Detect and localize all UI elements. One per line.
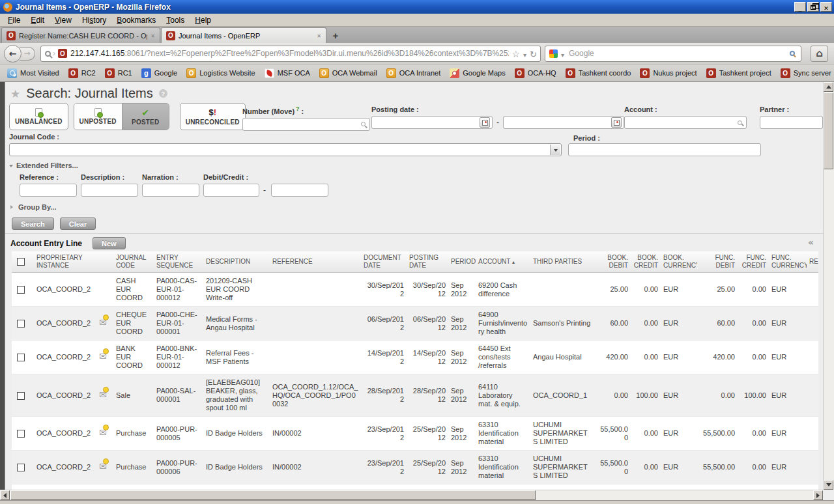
filter-unposted-button[interactable]: UNPOSTED: [74, 104, 122, 130]
select-dropdown-button[interactable]: [550, 145, 560, 155]
collapse-panel-icon[interactable]: [808, 237, 814, 247]
extended-filters-toggle[interactable]: Extended Filters...: [9, 161, 78, 169]
table-row[interactable]: OCA_COORD_2PurchasePA000-PUR-000005ID Ba…: [12, 417, 818, 451]
calendar-icon[interactable]: [480, 117, 490, 128]
debit-credit-to-input[interactable]: [271, 184, 328, 197]
filter-unreconciled-button[interactable]: UNRECONCILED: [180, 103, 246, 130]
page-help-icon[interactable]: ?: [159, 89, 167, 98]
filter-posted-button[interactable]: POSTED: [122, 104, 169, 130]
site-identity-icon[interactable]: [45, 51, 51, 57]
reload-icon[interactable]: [530, 48, 537, 60]
search-engine-dropdown-icon[interactable]: [561, 48, 564, 60]
number-move-input[interactable]: [242, 118, 370, 131]
menu-item-tools[interactable]: Tools: [161, 14, 190, 26]
url-text[interactable]: 212.147.41.165:8061/?next=%2Fopenerp%2Ft…: [70, 49, 509, 58]
column-header-book_credit[interactable]: Book. Credit: [631, 251, 661, 273]
attachment-icon[interactable]: [99, 427, 107, 438]
column-header-period[interactable]: Period: [448, 251, 476, 273]
bookmark-logistics-website[interactable]: Logistics Website: [182, 66, 259, 80]
bookmark-google[interactable]: Google: [137, 66, 182, 80]
minimize-button[interactable]: [794, 2, 806, 12]
calendar-icon[interactable]: [611, 117, 622, 128]
column-header-instance[interactable]: Proprietary Instance: [34, 251, 96, 273]
vertical-scrollbar[interactable]: [823, 82, 834, 490]
table-row[interactable]: OCA_COORD_2CASH EUR COORDPA000-CAS-EUR-0…: [12, 273, 818, 307]
menu-item-bookmarks[interactable]: Bookmarks: [111, 14, 161, 26]
column-header-sequence[interactable]: Entry Sequence: [154, 251, 203, 273]
horizontal-scrollbar[interactable]: [0, 490, 823, 500]
attachment-icon[interactable]: [99, 461, 107, 471]
row-checkbox[interactable]: [17, 392, 25, 400]
row-checkbox[interactable]: [17, 430, 25, 438]
debit-credit-from-input[interactable]: [203, 184, 259, 197]
column-header-book_currency[interactable]: Book. Currency: [661, 251, 697, 273]
restore-button[interactable]: [807, 2, 819, 12]
column-header-reference[interactable]: Reference: [270, 251, 361, 273]
bookmark-star-icon[interactable]: [512, 48, 521, 60]
table-row[interactable]: OCA_COORD_2SalePA000-SAL-000001[ELAEBEAG…: [12, 374, 818, 417]
column-header-third_parties[interactable]: Third Parties: [530, 251, 594, 273]
column-header-account[interactable]: Account: [476, 251, 530, 273]
search-bar[interactable]: Google: [545, 46, 801, 62]
posting-date-from-input[interactable]: [371, 116, 493, 129]
url-dropdown-icon[interactable]: [523, 48, 526, 60]
bookmark-rc1[interactable]: RC1: [100, 66, 137, 80]
url-bar[interactable]: 212.147.41.165:8061/?next=%2Fopenerp%2Ft…: [40, 46, 541, 62]
column-header-post_date[interactable]: Posting Date: [407, 251, 448, 273]
table-row[interactable]: OCA_COORD_2CHEQUE EUR COORDPA000-CHE-EUR…: [12, 307, 818, 341]
table-row[interactable]: OCA_COORD_2BANK EUR COORDPA000-BNK-EUR-0…: [12, 484, 818, 490]
bookmark-tashkent-coordo[interactable]: Tashkent coordo: [561, 66, 636, 80]
bookmark-oca-hq[interactable]: OCA-HQ: [510, 66, 561, 80]
tab-journal-items[interactable]: Journal Items - OpenERP: [161, 27, 326, 43]
new-tab-button[interactable]: [327, 29, 344, 42]
period-input[interactable]: [568, 143, 761, 156]
column-header-func_currency[interactable]: Func. Currency: [769, 251, 807, 273]
row-checkbox[interactable]: [17, 354, 25, 361]
filter-unbalanced-button[interactable]: UNBALANCED: [9, 103, 68, 130]
forward-button[interactable]: [20, 47, 35, 61]
scroll-down-button[interactable]: [824, 480, 833, 490]
home-button[interactable]: [811, 46, 828, 62]
column-header-func_debit[interactable]: Func. Debit: [697, 251, 738, 273]
partner-input[interactable]: [760, 116, 823, 129]
attachment-icon[interactable]: [99, 351, 107, 361]
narration-input[interactable]: [142, 184, 199, 197]
attachment-icon[interactable]: [99, 389, 107, 400]
menu-item-edit[interactable]: Edit: [25, 14, 50, 26]
bookmark-sync-server[interactable]: Sync server: [776, 66, 834, 80]
close-button[interactable]: [820, 2, 832, 12]
menu-item-help[interactable]: Help: [190, 14, 216, 26]
tab-close-icon[interactable]: [151, 32, 155, 39]
column-header-description[interactable]: Description: [203, 251, 270, 273]
favorite-star-icon[interactable]: [10, 87, 20, 100]
scroll-left-button[interactable]: [0, 490, 10, 500]
back-button[interactable]: [4, 45, 22, 63]
row-checkbox[interactable]: [17, 286, 25, 294]
description-input[interactable]: [81, 184, 138, 197]
tab-close-icon[interactable]: [317, 32, 321, 39]
bookmark-nukus-project[interactable]: Nukus project: [635, 66, 701, 80]
group-by-toggle[interactable]: Group By...: [9, 203, 56, 211]
attachment-icon[interactable]: [99, 317, 107, 328]
account-input[interactable]: [624, 116, 747, 129]
tab-register-name[interactable]: Register Name:CASH EUR COORD - Ope...: [1, 27, 160, 43]
search-button[interactable]: Search: [12, 217, 54, 230]
table-row[interactable]: OCA_COORD_2PurchasePA000-PUR-000006ID Ba…: [12, 451, 818, 484]
new-button[interactable]: New: [93, 237, 126, 249]
journal-code-select[interactable]: [9, 143, 562, 156]
bookmark-msf-oca[interactable]: MSF OCA: [260, 66, 315, 80]
bookmark-most-visited[interactable]: Most Visited: [3, 66, 64, 80]
posting-date-to-input[interactable]: [503, 116, 624, 129]
bookmark-google-maps[interactable]: Google Maps: [445, 66, 510, 80]
menu-item-view[interactable]: View: [50, 14, 77, 26]
select-all-checkbox[interactable]: [17, 258, 25, 266]
column-header-doc_date[interactable]: Document Date: [361, 251, 407, 273]
column-header-book_debit[interactable]: Book. Debit: [594, 251, 631, 273]
horizontal-scroll-thumb[interactable]: [10, 490, 536, 500]
row-checkbox[interactable]: [17, 320, 25, 328]
menu-item-file[interactable]: File: [3, 14, 25, 26]
clear-button[interactable]: Clear: [60, 217, 96, 230]
column-header-journal[interactable]: Journal Code: [113, 251, 154, 273]
reference-input[interactable]: [20, 184, 77, 197]
bookmark-oca-intranet[interactable]: OCA Intranet: [382, 66, 446, 80]
